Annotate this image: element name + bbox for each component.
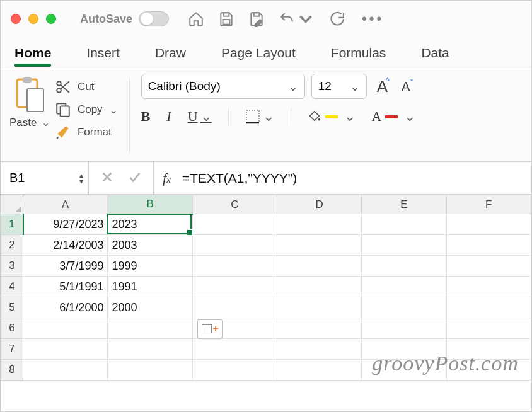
close-window-button[interactable] [11,14,21,24]
formula-input[interactable]: =TEXT(A1,"YYYY") [180,171,531,186]
font-name-select[interactable]: Calibri (Body) ⌄ [141,74,305,99]
cell[interactable] [277,318,362,339]
cell[interactable] [446,277,531,297]
column-header[interactable]: E [362,195,446,214]
cell[interactable] [192,360,277,381]
cell[interactable] [277,297,362,318]
cell[interactable] [362,256,446,277]
spreadsheet-grid[interactable]: ABCDEF19/27/2023202322/14/2003200333/7/1… [1,195,531,381]
redo-button[interactable] [328,11,344,27]
cell[interactable]: 2023 [108,214,192,235]
row-header[interactable]: 2 [1,235,23,256]
cell[interactable] [277,277,362,297]
paste-button[interactable]: Paste ⌄ [9,77,50,129]
underline-button[interactable]: U⌄ [188,108,212,125]
column-header[interactable]: B [108,195,192,214]
undo-button[interactable] [279,11,314,27]
column-header[interactable]: D [277,195,362,214]
cell[interactable] [192,214,277,235]
cell[interactable]: 1991 [108,277,192,297]
row-header[interactable]: 1 [1,214,23,235]
row-header[interactable]: 3 [1,256,23,277]
borders-button[interactable]: ⌄ [245,108,274,125]
column-header[interactable]: C [192,195,277,214]
italic-button[interactable]: I [166,108,171,125]
cell[interactable] [23,339,108,360]
fill-color-button[interactable]: ⌄ [308,108,356,125]
tab-home[interactable]: Home [14,45,51,67]
cell[interactable] [446,297,531,318]
increase-font-button[interactable]: A^ [373,77,391,96]
column-header[interactable]: A [23,195,108,214]
cell[interactable] [192,256,277,277]
more-icon[interactable]: ••• [362,11,384,27]
row-header[interactable]: 5 [1,297,23,318]
cell[interactable] [277,360,362,381]
cell[interactable] [362,318,446,339]
cell[interactable] [277,256,362,277]
cell[interactable] [108,360,192,381]
cell[interactable] [192,339,277,360]
cell[interactable] [446,214,531,235]
tab-formulas[interactable]: Formulas [331,45,386,67]
copy-button[interactable]: Copy ⌄ [55,101,118,118]
decrease-font-button[interactable]: Aˇ [398,79,413,94]
row-header[interactable]: 8 [1,360,23,381]
enter-formula-button[interactable] [128,170,142,186]
tab-insert[interactable]: Insert [86,45,120,67]
column-header[interactable]: F [446,195,531,214]
name-box[interactable]: B1 ▴▾ [1,162,89,194]
row-header[interactable]: 7 [1,339,23,360]
cell[interactable] [277,339,362,360]
cell[interactable] [362,214,446,235]
cell[interactable] [23,360,108,381]
save-edit-icon[interactable] [248,11,265,27]
cell[interactable]: 5/1/1991 [23,277,108,297]
cell[interactable]: 2003 [108,235,192,256]
cut-button[interactable]: Cut [55,79,118,95]
font-color-button[interactable]: A ⌄ [372,108,416,125]
cell[interactable]: 2/14/2003 [23,235,108,256]
bold-button[interactable]: B [141,108,151,125]
minimize-window-button[interactable] [28,14,38,24]
cell[interactable] [192,297,277,318]
row-header[interactable]: 6 [1,318,23,339]
tab-page-layout[interactable]: Page Layout [221,45,296,67]
cancel-formula-button[interactable] [100,170,114,186]
cell[interactable] [108,339,192,360]
cell[interactable]: 1999 [108,256,192,277]
cell[interactable] [192,235,277,256]
name-box-stepper[interactable]: ▴▾ [79,172,83,185]
cell[interactable]: 2000 [108,297,192,318]
cell[interactable] [362,277,446,297]
cell[interactable] [446,256,531,277]
cell[interactable] [362,297,446,318]
cell[interactable] [277,235,362,256]
autosave-toggle[interactable]: AutoSave [80,11,169,26]
cell[interactable] [446,235,531,256]
name-box-value: B1 [9,171,25,185]
cell[interactable] [108,318,192,339]
paste-options-button[interactable]: + [197,319,223,338]
tab-draw[interactable]: Draw [155,45,186,67]
autosave-switch[interactable] [139,11,169,26]
save-icon[interactable] [218,11,234,27]
home-icon[interactable] [188,11,204,27]
cell[interactable] [23,318,108,339]
cell[interactable]: 6/1/2000 [23,297,108,318]
cell[interactable]: 9/27/2023 [23,214,108,235]
tab-data[interactable]: Data [421,45,449,67]
format-painter-button[interactable]: Format [55,124,118,140]
cell[interactable]: 3/7/1999 [23,256,108,277]
select-all-corner[interactable] [1,195,23,214]
cell[interactable] [362,235,446,256]
font-size-select[interactable]: 12 ⌄ [311,74,367,99]
maximize-window-button[interactable] [46,14,56,24]
ribbon: Paste ⌄ Cut Copy ⌄ Format Calibri (Body) [1,67,531,162]
cell[interactable] [446,318,531,339]
cell[interactable] [277,214,362,235]
row-header[interactable]: 4 [1,277,23,297]
cell[interactable] [192,277,277,297]
fx-icon[interactable]: fx [154,170,180,186]
svg-rect-4 [23,77,32,83]
